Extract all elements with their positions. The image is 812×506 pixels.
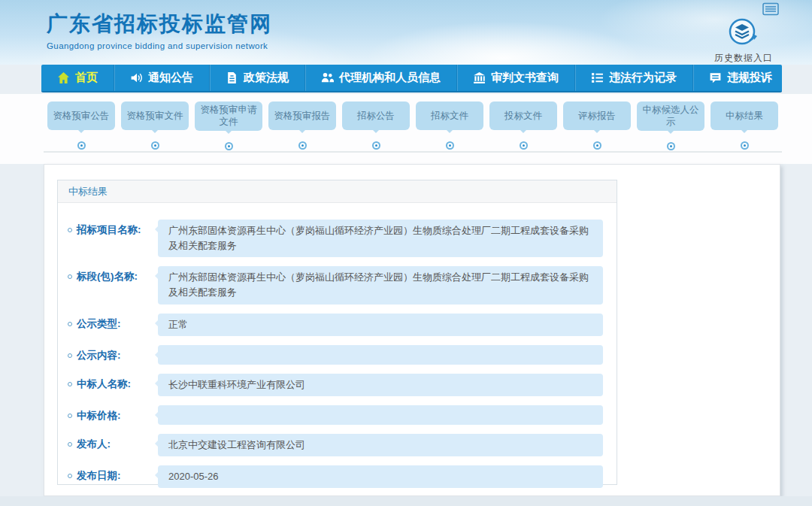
field-label: 标段(包)名称: (68, 266, 158, 283)
step-dot-icon (521, 143, 526, 148)
step-dot-icon (79, 143, 84, 148)
field-value: 正常 (158, 314, 603, 336)
step-tender-announcement[interactable]: 招标公告 (341, 102, 411, 149)
field-label-text: 发布日期: (77, 469, 121, 483)
nav-item-complaints[interactable]: 违规投诉 (692, 65, 788, 91)
value-tail-icon (150, 319, 159, 328)
field-label-text: 招标项目名称: (77, 223, 141, 237)
field-value (158, 345, 603, 365)
step-prequal-document[interactable]: 资格预审文件 (120, 102, 189, 149)
nav-item-agencies[interactable]: 代理机构和人员信息 (304, 65, 456, 91)
bullet-icon (68, 322, 72, 326)
field-label: 公示内容: (68, 345, 158, 362)
bullet-icon (68, 353, 72, 358)
nav-item-label: 违法行为记录 (609, 71, 677, 85)
nav-item-label: 审判文书查询 (491, 71, 559, 85)
field-value-text: 广州东部固体资源再生中心（萝岗福山循环经济产业园）生物质综合处理厂二期工程成套设… (168, 225, 589, 251)
field-value: 广州东部固体资源再生中心（萝岗福山循环经济产业园）生物质综合处理厂二期工程成套设… (158, 220, 603, 257)
value-tail-icon (150, 411, 159, 420)
nav-item-label: 首页 (75, 71, 98, 85)
field-value-text: 正常 (168, 319, 188, 330)
site-subtitle: Guangdong province bidding and supervisi… (47, 41, 272, 50)
step-bubble: 投标文件 (489, 102, 557, 130)
nav-item-judgment-docs[interactable]: 审判文书查询 (456, 65, 574, 91)
step-dot-icon (595, 143, 600, 148)
step-tender-document[interactable]: 招标文件 (415, 102, 484, 149)
nav-item-label: 违规投诉 (727, 71, 772, 85)
process-steps-strip: 资格预审公告 资格预审文件 资格预审申请文件 资格预审报告 招标公告 招标文件 (0, 94, 812, 164)
step-dot-icon (300, 143, 305, 148)
speaker-icon (130, 71, 143, 84)
nav-item-violation-records[interactable]: 违法行为记录 (574, 65, 692, 91)
field-value (158, 405, 603, 425)
step-prequal-announcement[interactable]: 资格预审公告 (47, 102, 116, 149)
bullet-icon (68, 382, 72, 386)
field-row-winner-name: 中标人名称: 长沙中联重科环境产业有限公司 (68, 374, 617, 396)
steps-timeline (44, 151, 782, 153)
site-brand[interactable]: 广东省招标投标监管网 Guangdong province bidding an… (47, 10, 272, 50)
value-tail-icon (150, 350, 159, 359)
step-bubble: 资格预审公告 (47, 102, 115, 130)
panel-title: 中标结果 (58, 180, 617, 203)
step-bubble: 招标文件 (416, 102, 483, 130)
field-label: 中标人名称: (68, 374, 158, 391)
field-row-publicity-content: 公示内容: (68, 345, 617, 365)
field-row-project-name: 招标项目名称: 广州东部固体资源再生中心（萝岗福山循环经济产业园）生物质综合处理… (68, 220, 617, 257)
field-row-publicity-type: 公示类型: 正常 (68, 314, 617, 336)
nav-item-label: 代理机构和人员信息 (339, 71, 441, 85)
calendar-icon[interactable] (762, 2, 779, 16)
step-bubble: 资格预审报告 (268, 102, 336, 130)
site-title: 广东省招标投标监管网 (47, 10, 272, 38)
bullet-icon (68, 274, 72, 279)
field-label: 招标项目名称: (68, 220, 158, 237)
step-dot-icon (153, 143, 158, 148)
step-dot-icon (447, 143, 453, 148)
field-label-text: 公示内容: (77, 349, 121, 362)
field-row-section-name: 标段(包)名称: 广州东部固体资源再生中心（萝岗福山循环经济产业园）生物质综合处… (68, 266, 617, 304)
field-label-text: 中标价格: (77, 409, 121, 423)
field-label: 中标价格: (68, 405, 158, 423)
field-label: 发布日期: (68, 465, 158, 483)
step-prequal-application[interactable]: 资格预审申请文件 (194, 102, 263, 149)
step-award-result[interactable]: 中标结果 (710, 102, 779, 149)
step-dot-icon (226, 144, 232, 149)
step-bubble: 资格预审文件 (121, 102, 189, 130)
history-data-entry[interactable]: 历史数据入口 (707, 17, 780, 65)
award-result-panel: 中标结果 招标项目名称: 广州东部固体资源再生中心（萝岗福山循环经济产业园）生物… (57, 180, 617, 485)
value-tail-icon (150, 271, 159, 280)
field-value-text: 广州东部固体资源再生中心（萝岗福山循环经济产业园）生物质综合处理厂二期工程成套设… (168, 271, 589, 298)
step-bubble: 评标报告 (563, 102, 631, 130)
nav-item-notices[interactable]: 通知公告 (114, 65, 209, 91)
field-label-text: 公示类型: (77, 317, 121, 331)
nav-item-policies[interactable]: 政策法规 (209, 65, 304, 91)
step-dot-icon (742, 143, 747, 148)
field-row-publish-date: 发布日期: 2020-05-26 (68, 465, 617, 488)
nav-item-label: 通知公告 (148, 71, 193, 85)
main-nav: 首页 通知公告 政策法规 代理机构和人员信息 审判文书查询 违法行为记录 违 (41, 65, 782, 92)
nav-item-home[interactable]: 首页 (41, 65, 114, 91)
field-value-text: 2020-05-26 (168, 471, 219, 482)
bullet-icon (68, 228, 72, 232)
nav-item-label: 政策法规 (244, 71, 289, 85)
field-label-text: 发布人: (77, 438, 111, 451)
step-dot-icon (668, 144, 674, 149)
step-bubble: 中标候选人公示 (637, 102, 704, 131)
field-row-winning-price: 中标价格: (68, 405, 617, 425)
value-tail-icon (150, 225, 159, 234)
list-icon (591, 71, 604, 84)
step-bid-document[interactable]: 投标文件 (489, 102, 558, 149)
field-value: 长沙中联重科环境产业有限公司 (158, 374, 603, 396)
field-value: 北京中交建设工程咨询有限公司 (158, 434, 603, 456)
step-evaluation-report[interactable]: 评标报告 (562, 102, 632, 149)
document-icon (226, 71, 238, 84)
step-prequal-report[interactable]: 资格预审报告 (268, 102, 337, 149)
bullet-icon (68, 474, 72, 478)
step-candidate-publicity[interactable]: 中标候选人公示 (636, 102, 705, 149)
field-label: 公示类型: (68, 314, 158, 331)
step-bubble: 招标公告 (342, 102, 410, 130)
page-footer-strip (0, 496, 812, 506)
people-icon (321, 71, 334, 84)
field-label-text: 中标人名称: (77, 377, 131, 391)
value-tail-icon (150, 471, 159, 480)
field-label: 发布人: (68, 434, 158, 451)
